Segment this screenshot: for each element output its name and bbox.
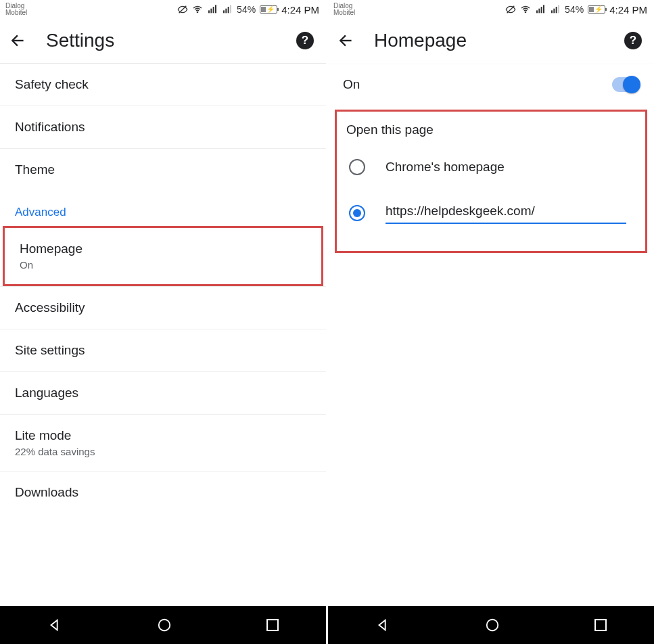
settings-item-notifications[interactable]: Notifications bbox=[0, 106, 326, 149]
battery-icon: ⚡ bbox=[588, 5, 605, 14]
section-advanced: Advanced bbox=[0, 191, 326, 226]
clock: 4:24 PM bbox=[609, 4, 647, 16]
android-nav-bar bbox=[0, 606, 326, 644]
settings-item-lite-mode[interactable]: Lite mode 22% data savings bbox=[0, 415, 326, 472]
homepage-toggle-row[interactable]: On bbox=[328, 64, 654, 106]
svg-rect-6 bbox=[223, 10, 225, 13]
battery-icon: ⚡ bbox=[260, 5, 277, 14]
nav-back-icon[interactable] bbox=[375, 618, 390, 632]
svg-point-10 bbox=[159, 620, 170, 631]
svg-rect-17 bbox=[551, 10, 553, 13]
eye-off-icon bbox=[505, 4, 516, 15]
nav-recent-icon[interactable] bbox=[594, 619, 607, 631]
svg-rect-8 bbox=[228, 7, 229, 13]
radio-custom-url[interactable] bbox=[344, 193, 638, 233]
help-icon[interactable]: ? bbox=[296, 32, 314, 49]
wifi-icon bbox=[192, 4, 203, 15]
battery-percent: 54% bbox=[565, 4, 584, 15]
settings-item-site-settings[interactable]: Site settings bbox=[0, 329, 326, 372]
status-bar: Dialog Mobitel 54% ⚡ 4:24 PM bbox=[328, 0, 654, 18]
svg-rect-5 bbox=[215, 5, 216, 13]
svg-rect-19 bbox=[556, 7, 557, 13]
status-bar: Dialog Mobitel 54% ⚡ 4:24 PM bbox=[0, 0, 326, 18]
radio-icon[interactable] bbox=[349, 159, 365, 175]
signal-icon-2 bbox=[222, 4, 233, 15]
svg-rect-20 bbox=[558, 5, 559, 13]
help-icon[interactable]: ? bbox=[624, 32, 642, 49]
radio-icon-selected[interactable] bbox=[349, 205, 365, 221]
lite-mode-subtitle: 22% data savings bbox=[15, 446, 311, 457]
section-title: Open this page bbox=[344, 121, 638, 150]
svg-point-1 bbox=[197, 12, 197, 12]
nav-home-icon[interactable] bbox=[485, 618, 500, 632]
toggle-label: On bbox=[343, 77, 360, 92]
back-icon[interactable] bbox=[337, 32, 355, 49]
settings-screen: Dialog Mobitel 54% ⚡ 4:24 PM Settings ? … bbox=[0, 0, 326, 644]
homepage-screen: Dialog Mobitel 54% ⚡ 4:24 PM Homepage ? … bbox=[328, 0, 654, 644]
app-bar: Homepage ? bbox=[328, 18, 654, 64]
settings-item-accessibility[interactable]: Accessibility bbox=[0, 286, 326, 329]
svg-rect-14 bbox=[538, 9, 540, 14]
svg-point-21 bbox=[487, 620, 498, 631]
settings-item-safety-check[interactable]: Safety check bbox=[0, 64, 326, 106]
page-title: Homepage bbox=[374, 30, 467, 51]
eye-off-icon bbox=[177, 4, 188, 15]
carrier-label: Dialog Mobitel bbox=[5, 3, 27, 16]
wifi-icon bbox=[520, 4, 531, 15]
battery-percent: 54% bbox=[237, 4, 256, 15]
signal-icon bbox=[207, 4, 218, 15]
homepage-subtitle: On bbox=[20, 259, 306, 271]
custom-url-input[interactable] bbox=[386, 202, 626, 224]
toggle-switch[interactable] bbox=[612, 77, 639, 92]
back-icon[interactable] bbox=[9, 32, 27, 49]
signal-icon bbox=[535, 4, 546, 15]
svg-rect-9 bbox=[230, 5, 231, 13]
svg-rect-4 bbox=[213, 7, 214, 13]
svg-rect-18 bbox=[553, 9, 555, 14]
carrier-label: Dialog Mobitel bbox=[333, 3, 355, 16]
svg-point-12 bbox=[525, 12, 525, 12]
nav-back-icon[interactable] bbox=[47, 618, 62, 632]
radio-chrome-homepage[interactable]: Chrome's homepage bbox=[344, 150, 638, 185]
svg-rect-7 bbox=[225, 9, 227, 14]
settings-item-languages[interactable]: Languages bbox=[0, 372, 326, 415]
signal-icon-2 bbox=[550, 4, 561, 15]
android-nav-bar bbox=[328, 606, 654, 644]
settings-item-theme[interactable]: Theme bbox=[0, 149, 326, 191]
app-bar: Settings ? bbox=[0, 18, 326, 64]
nav-home-icon[interactable] bbox=[157, 618, 172, 632]
settings-item-downloads[interactable]: Downloads bbox=[0, 472, 326, 513]
highlight-homepage: Homepage On bbox=[3, 226, 323, 286]
settings-item-homepage[interactable]: Homepage On bbox=[5, 228, 321, 284]
page-title: Settings bbox=[46, 30, 114, 51]
svg-rect-2 bbox=[208, 10, 210, 13]
svg-rect-3 bbox=[210, 9, 212, 14]
open-this-page-section: Open this page Chrome's homepage bbox=[335, 110, 647, 253]
svg-rect-16 bbox=[543, 5, 544, 13]
nav-recent-icon[interactable] bbox=[266, 619, 279, 631]
clock: 4:24 PM bbox=[281, 4, 319, 16]
svg-rect-13 bbox=[536, 10, 538, 13]
svg-rect-15 bbox=[541, 7, 542, 13]
